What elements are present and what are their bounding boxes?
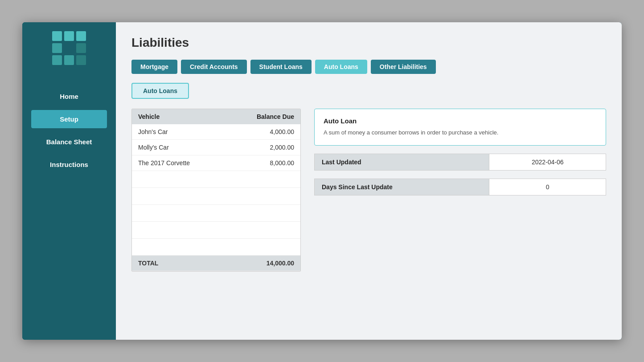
total-value: 14,000.00 (227, 256, 300, 271)
info-card-desc: A sum of money a consumer borrows in ord… (324, 128, 597, 137)
vehicle-name: The 2017 Corvette (132, 155, 227, 171)
stat-label-days-since: Days Since Last Update (315, 179, 489, 195)
stat-row-days-since: Days Since Last Update 0 (315, 179, 606, 195)
stats-table-days: Days Since Last Update 0 (314, 179, 606, 195)
tab-mortgage[interactable]: Mortgage (131, 60, 177, 74)
info-panel: Auto Loan A sum of money a consumer borr… (314, 109, 606, 195)
total-label: TOTAL (132, 256, 227, 271)
main-content: Liabilities Mortgage Credit Accounts Stu… (116, 22, 622, 340)
stat-value-days-since: 0 (489, 179, 606, 195)
empty-row (132, 239, 300, 256)
total-row: TOTAL 14,000.00 (132, 256, 300, 271)
logo-cell (76, 31, 86, 41)
vehicle-name: Molly's Car (132, 140, 227, 155)
section-label: Auto Loans (131, 83, 189, 99)
col-header-balance: Balance Due (227, 109, 300, 124)
vehicle-balance: 2,000.00 (227, 140, 300, 155)
stats-table: Last Updated 2022-04-06 (314, 154, 606, 171)
table-row: John's Car 4,000.00 (132, 124, 300, 140)
empty-row (132, 222, 300, 239)
info-card: Auto Loan A sum of money a consumer borr… (314, 109, 606, 146)
logo-cell (52, 55, 62, 65)
app-window: Home Setup Balance Sheet Instructions Li… (22, 22, 622, 340)
stat-label-last-updated: Last Updated (315, 154, 489, 170)
tab-auto-loans[interactable]: Auto Loans (315, 60, 367, 74)
logo-cell (64, 55, 74, 65)
sidebar-item-home[interactable]: Home (31, 87, 107, 106)
nav-menu: Home Setup Balance Sheet Instructions (22, 87, 116, 174)
empty-row (132, 171, 300, 188)
empty-row (132, 188, 300, 205)
logo-cell (76, 55, 86, 65)
tab-other-liabilities[interactable]: Other Liabilities (371, 60, 436, 74)
stat-value-last-updated: 2022-04-06 (489, 154, 606, 170)
table-row: The 2017 Corvette 8,000.00 (132, 155, 300, 171)
col-header-vehicle: Vehicle (132, 109, 227, 124)
tab-student-loans[interactable]: Student Loans (250, 60, 312, 74)
logo (52, 31, 86, 65)
auto-loans-table: Vehicle Balance Due John's Car 4,000.00 … (132, 109, 300, 271)
vehicle-balance: 4,000.00 (227, 124, 300, 140)
vehicle-name: John's Car (132, 124, 227, 140)
logo-cell (64, 31, 74, 41)
logo-cell (52, 43, 62, 53)
logo-cell (76, 43, 86, 53)
table-row: Molly's Car 2,000.00 (132, 140, 300, 155)
sidebar-item-instructions[interactable]: Instructions (31, 155, 107, 174)
auto-loans-table-container: Vehicle Balance Due John's Car 4,000.00 … (131, 109, 301, 272)
tab-credit-accounts[interactable]: Credit Accounts (181, 60, 247, 74)
page-title: Liabilities (131, 36, 606, 50)
empty-row (132, 205, 300, 222)
info-card-title: Auto Loan (324, 117, 597, 125)
vehicle-balance: 8,000.00 (227, 155, 300, 171)
tabs-row: Mortgage Credit Accounts Student Loans A… (131, 60, 606, 74)
logo-cell (64, 43, 74, 53)
stat-row-last-updated: Last Updated 2022-04-06 (315, 154, 606, 170)
sidebar-item-setup[interactable]: Setup (31, 110, 107, 128)
sidebar: Home Setup Balance Sheet Instructions (22, 22, 116, 340)
logo-cell (52, 31, 62, 41)
content-area: Vehicle Balance Due John's Car 4,000.00 … (131, 109, 606, 272)
sidebar-item-balance-sheet[interactable]: Balance Sheet (31, 133, 107, 151)
